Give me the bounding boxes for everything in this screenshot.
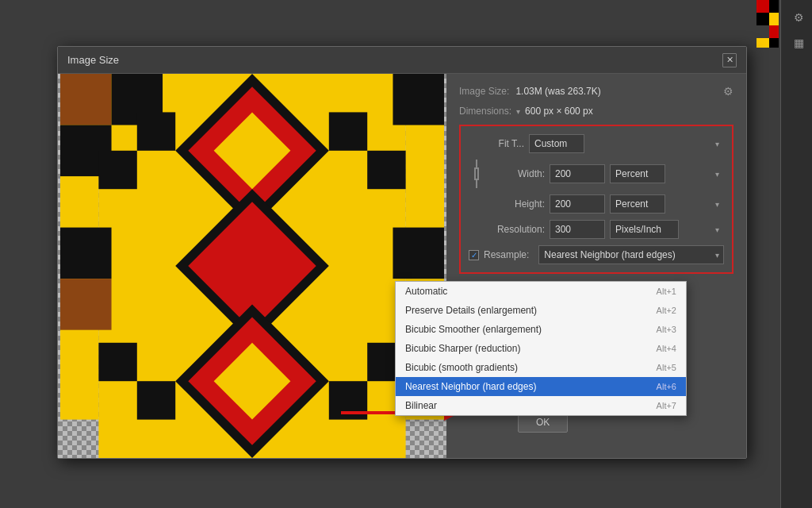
svg-rect-34 — [476, 160, 477, 167]
svg-rect-4 — [756, 13, 769, 25]
dropdown-shortcut: Alt+4 — [657, 344, 676, 353]
svg-rect-29 — [367, 151, 405, 189]
width-label: Width: — [489, 168, 545, 179]
svg-rect-36 — [474, 167, 476, 180]
dropdown-item-bicubic-smoother[interactable]: Bicubic Smoother (enlargement) Alt+3 — [396, 320, 686, 339]
svg-rect-32 — [137, 381, 175, 419]
dropdown-label: Nearest Neighbor (hard edges) — [405, 381, 536, 392]
svg-rect-23 — [60, 279, 112, 330]
dropdown-label: Automatic — [405, 286, 447, 297]
dropdown-shortcut: Alt+7 — [657, 401, 676, 410]
chart-icon[interactable]: ▦ — [789, 33, 808, 52]
resolution-unit-wrapper: Pixels/Inch Pixels/cm — [610, 220, 724, 239]
image-size-row: Image Size: 1.03M (was 263.7K) ⚙ — [459, 85, 733, 98]
panel-icons: ⚙ ▦ — [789, 8, 808, 52]
thumbnail-preview — [731, 0, 779, 48]
dimensions-label: Dimensions: — [459, 106, 511, 117]
resample-dropdown-menu: Automatic Alt+1 Preserve Details (enlarg… — [395, 281, 687, 416]
svg-rect-22 — [60, 228, 112, 279]
width-unit-select[interactable]: Percent Pixels — [610, 164, 665, 183]
height-unit-wrapper: Percent Pixels — [610, 194, 724, 214]
svg-rect-28 — [98, 151, 136, 189]
svg-rect-3 — [769, 13, 779, 25]
resample-label: Resample: — [484, 249, 529, 260]
checkbox-check-mark: ✓ — [471, 251, 477, 260]
dropdown-shortcut: Alt+6 — [657, 382, 676, 391]
svg-rect-25 — [393, 228, 444, 279]
resample-select-wrapper: Nearest Neighbor (hard edges) — [538, 245, 724, 264]
width-row: Width: Percent Pixels — [469, 160, 724, 188]
dimensions-row: Dimensions: ▾ 600 px × 600 px — [459, 106, 733, 117]
dropdown-label: Preserve Details (enlargement) — [405, 305, 537, 316]
svg-rect-27 — [329, 112, 367, 150]
dropdown-label: Bicubic Sharper (reduction) — [405, 343, 520, 354]
image-size-value: 1.03M (was 263.7K) — [515, 86, 600, 97]
dropdown-label: Bicubic Smoother (enlargement) — [405, 324, 542, 335]
dimensions-arrow[interactable]: ▾ — [516, 107, 520, 116]
height-unit-select[interactable]: Percent Pixels — [610, 194, 665, 214]
dropdown-item-bicubic[interactable]: Bicubic (smooth gradients) Alt+5 — [396, 358, 686, 377]
resolution-row: Resolution: Pixels/Inch Pixels/cm — [469, 220, 724, 239]
dialog-title: Image Size — [67, 54, 119, 66]
svg-rect-1 — [756, 0, 769, 13]
right-panel: ⚙ ▦ — [780, 0, 812, 508]
width-input[interactable] — [550, 164, 605, 183]
close-button[interactable]: ✕ — [722, 53, 737, 67]
dialog-titlebar: Image Size ✕ — [58, 47, 746, 74]
height-input[interactable] — [550, 194, 605, 214]
dropdown-shortcut: Alt+1 — [657, 287, 676, 296]
dropdown-shortcut: Alt+5 — [657, 363, 676, 372]
image-preview-panel — [58, 74, 446, 458]
svg-rect-19 — [60, 74, 112, 125]
resample-row: ✓ Resample: Nearest Neighbor (hard edges… — [469, 245, 724, 264]
dropdown-item-nearest-neighbor[interactable]: Nearest Neighbor (hard edges) Alt+6 — [396, 377, 686, 396]
resample-checkbox[interactable]: ✓ — [469, 250, 479, 260]
svg-rect-37 — [477, 167, 479, 180]
pixel-art-preview — [58, 74, 446, 458]
resolution-unit-select[interactable]: Pixels/Inch Pixels/cm — [610, 220, 679, 239]
sliders-icon[interactable]: ⚙ — [789, 8, 808, 27]
dropdown-item-bilinear[interactable]: Bilinear Alt+7 — [396, 396, 686, 415]
svg-rect-24 — [393, 74, 444, 125]
dropdown-label: Bilinear — [405, 400, 437, 411]
params-section: Fit T... Custom — [459, 125, 733, 274]
fit-to-select[interactable]: Custom — [529, 134, 584, 153]
fit-to-label: Fit T... — [469, 138, 524, 149]
svg-rect-30 — [98, 343, 136, 381]
fit-to-select-wrapper: Custom — [529, 134, 724, 153]
height-label: Height: — [489, 198, 545, 210]
svg-rect-5 — [769, 25, 779, 38]
dropdown-shortcut: Alt+3 — [657, 325, 676, 334]
dropdown-item-bicubic-sharper[interactable]: Bicubic Sharper (reduction) Alt+4 — [396, 339, 686, 358]
dropdown-item-preserve[interactable]: Preserve Details (enlargement) Alt+2 — [396, 301, 686, 320]
svg-rect-39 — [476, 180, 477, 188]
svg-rect-2 — [769, 0, 779, 13]
svg-rect-26 — [137, 112, 175, 150]
svg-rect-6 — [756, 38, 769, 48]
resolution-label: Resolution: — [489, 224, 545, 235]
width-unit-wrapper: Percent Pixels — [610, 164, 724, 183]
dropdown-item-automatic[interactable]: Automatic Alt+1 — [396, 282, 686, 301]
dropdown-label: Bicubic (smooth gradients) — [405, 362, 518, 373]
dimensions-value: 600 px × 600 px — [525, 106, 593, 117]
dropdown-shortcut: Alt+2 — [657, 306, 676, 315]
gear-icon[interactable]: ⚙ — [723, 85, 733, 98]
link-icon[interactable] — [469, 160, 485, 188]
height-row: Height: Percent Pixels — [469, 194, 724, 214]
resolution-input[interactable] — [550, 220, 605, 239]
image-size-label: Image Size: — [459, 86, 509, 97]
resample-select[interactable]: Nearest Neighbor (hard edges) — [538, 245, 724, 264]
fit-to-row: Fit T... Custom — [469, 134, 724, 153]
svg-rect-7 — [769, 38, 779, 48]
svg-rect-38 — [474, 179, 479, 180]
